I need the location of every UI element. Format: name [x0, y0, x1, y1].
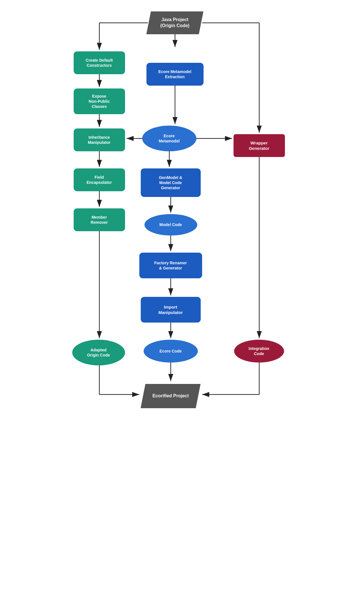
- wrapper-generator-node: Wrapper Generator: [234, 134, 285, 157]
- member-remover-node: Member Remover: [74, 208, 125, 231]
- ecore-code-node: Ecore Code: [144, 340, 198, 363]
- field-encapsulator-node: Field Encapsulator: [74, 168, 125, 191]
- genmodel-generator-label: GenModel & Model Code Generator: [159, 175, 182, 191]
- java-project-label: Java Project (Origin Code): [160, 17, 189, 29]
- java-project-node: Java Project (Origin Code): [146, 11, 204, 34]
- factory-renamer-label: Factory Renamer & Generator: [154, 260, 187, 271]
- wrapper-generator-label: Wrapper Generator: [249, 140, 270, 151]
- factory-renamer-node: Factory Renamer & Generator: [139, 253, 202, 278]
- member-remover-label: Member Remover: [91, 215, 108, 225]
- ecorified-project-label: Ecorified Project: [152, 393, 189, 399]
- field-encapsulator-label: Field Encapsulator: [87, 175, 112, 185]
- ecore-extraction-label: Ecore Metamodel Extraction: [158, 69, 192, 79]
- diagram-container: Java Project (Origin Code) Create Defaul…: [65, 6, 299, 605]
- ecore-code-label: Ecore Code: [160, 349, 182, 354]
- inheritance-manipulator-node: Inheritance Manipulator: [74, 128, 125, 151]
- ecore-extraction-node: Ecore Metamodel Extraction: [146, 63, 204, 86]
- adapted-origin-node: Adapted Origin Code: [72, 340, 125, 365]
- create-constructors-label: Create Default Constructors: [86, 58, 113, 68]
- genmodel-generator-node: GenModel & Model Code Generator: [141, 168, 201, 197]
- ecore-metamodel-node: Ecore Metamodel: [142, 126, 196, 151]
- create-constructors-node: Create Default Constructors: [74, 51, 125, 74]
- integration-code-label: Integration Code: [249, 346, 269, 356]
- model-code-node: Model Code: [144, 214, 197, 235]
- import-manipulator-label: Import Manipulator: [158, 304, 183, 315]
- integration-code-node: Integration Code: [234, 340, 284, 363]
- ecore-metamodel-label: Ecore Metamodel: [159, 133, 180, 144]
- adapted-origin-label: Adapted Origin Code: [87, 347, 110, 358]
- inheritance-manipulator-label: Inheritance Manipulator: [88, 135, 110, 145]
- ecorified-project-node: Ecorified Project: [141, 384, 201, 408]
- model-code-label: Model Code: [159, 222, 182, 227]
- expose-classes-label: Expose Non-Public Classes: [89, 94, 110, 109]
- import-manipulator-node: Import Manipulator: [141, 297, 201, 323]
- expose-classes-node: Expose Non-Public Classes: [74, 88, 125, 114]
